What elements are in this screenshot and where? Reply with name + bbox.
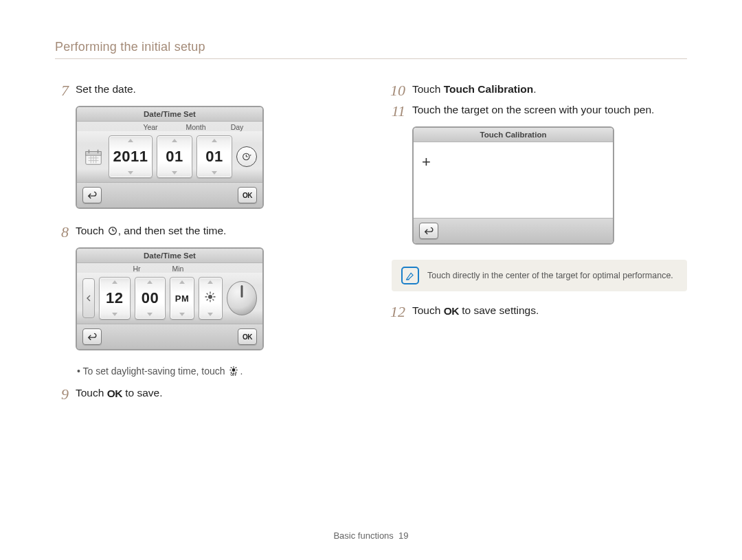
back-icon bbox=[87, 333, 97, 341]
calibration-area[interactable]: + bbox=[414, 142, 613, 218]
hour-spinner[interactable]: 12 bbox=[99, 277, 131, 320]
ampm-spinner[interactable]: PM bbox=[170, 277, 194, 320]
minute-spinner[interactable]: 00 bbox=[135, 277, 166, 320]
step-number: 12 bbox=[387, 304, 405, 320]
footer-section: Basic functions bbox=[333, 530, 393, 541]
footer-page-number: 19 bbox=[398, 530, 408, 541]
right-column: 10 Touch Touch Calibration. 11 Touch the… bbox=[392, 78, 687, 407]
minute-value: 00 bbox=[142, 289, 159, 307]
calibration-target-icon[interactable]: + bbox=[422, 155, 431, 170]
day-spinner[interactable]: 01 bbox=[196, 135, 232, 178]
back-button[interactable] bbox=[82, 187, 102, 203]
svg-point-24 bbox=[232, 368, 236, 372]
step-text: Touch , and then set the time. bbox=[76, 224, 226, 238]
text-before: Touch bbox=[412, 304, 444, 316]
note-box: Touch directly in the center of the targ… bbox=[392, 260, 687, 291]
text-bold: Touch Calibration bbox=[444, 83, 534, 95]
text-before: Touch bbox=[412, 83, 444, 95]
ok-inline-icon: OK bbox=[107, 388, 122, 399]
step-9: 9 Touch OK to save. bbox=[51, 386, 350, 403]
panel-title: Touch Calibration bbox=[414, 128, 613, 142]
note-text: Touch directly in the center of the targ… bbox=[427, 271, 673, 280]
text-after: to save settings. bbox=[459, 304, 539, 316]
back-icon bbox=[424, 227, 434, 235]
back-button[interactable] bbox=[82, 328, 102, 345]
ok-inline-icon: OK bbox=[444, 305, 459, 317]
dst-icon bbox=[204, 291, 216, 306]
svg-text:OFF: OFF bbox=[231, 374, 237, 377]
step-10: 10 Touch Touch Calibration. bbox=[387, 82, 687, 99]
panel-title: Date/Time Set bbox=[77, 107, 262, 122]
step-number: 10 bbox=[387, 82, 405, 99]
page-title: Performing the initial setup bbox=[55, 40, 687, 59]
step-7: 7 Set the date. bbox=[51, 82, 350, 99]
day-value: 01 bbox=[205, 148, 223, 166]
label-min: Min bbox=[161, 265, 195, 273]
svg-line-22 bbox=[207, 300, 208, 301]
svg-line-21 bbox=[213, 300, 214, 301]
step-text: Touch OK to save settings. bbox=[412, 304, 539, 319]
svg-point-15 bbox=[208, 295, 212, 299]
ok-button[interactable]: OK bbox=[238, 328, 257, 345]
figure-touch-calibration: Touch Calibration + bbox=[412, 126, 687, 245]
page-footer: Basic functions 19 bbox=[0, 530, 742, 541]
step-number: 9 bbox=[51, 386, 69, 403]
figure-date-time-set-time: Date/Time Set Hr Min 12 00 PM bbox=[76, 247, 350, 350]
label-day: Day bbox=[220, 123, 254, 131]
step-12: 12 Touch OK to save settings. bbox=[387, 304, 687, 320]
bullet-text: To set daylight-saving time, touch bbox=[83, 366, 228, 377]
month-value: 01 bbox=[166, 148, 183, 166]
clock-icon bbox=[107, 225, 118, 236]
calendar-icon bbox=[82, 146, 104, 168]
scroll-left-button[interactable] bbox=[82, 278, 95, 318]
text-after: . bbox=[533, 83, 536, 95]
note-icon bbox=[401, 267, 419, 284]
hour-value: 12 bbox=[106, 289, 123, 307]
text-before: Touch bbox=[76, 387, 107, 399]
step-number: 11 bbox=[387, 103, 405, 120]
analog-clock-icon bbox=[227, 281, 257, 315]
label-month: Month bbox=[179, 123, 213, 131]
svg-line-32 bbox=[236, 368, 236, 368]
label-year: Year bbox=[129, 123, 172, 131]
svg-line-20 bbox=[207, 293, 208, 295]
text-after: , and then set the time. bbox=[118, 225, 227, 236]
back-button[interactable] bbox=[419, 223, 438, 239]
dst-spinner[interactable] bbox=[199, 277, 223, 320]
column-labels: Year Month Day bbox=[77, 122, 262, 131]
step-8: 8 Touch , and then set the time. bbox=[51, 224, 350, 240]
step-text: Touch Touch Calibration. bbox=[412, 82, 537, 97]
step-text: Set the date. bbox=[76, 82, 136, 97]
svg-line-29 bbox=[231, 368, 232, 368]
clock-mode-button[interactable] bbox=[236, 146, 257, 167]
step-text: Touch OK to save. bbox=[76, 386, 163, 401]
month-spinner[interactable]: 01 bbox=[157, 135, 192, 178]
year-value: 2011 bbox=[113, 148, 148, 166]
step-8-sub-bullet: To set daylight-saving time, touch OFF . bbox=[77, 366, 350, 377]
left-column: 7 Set the date. Date/Time Set Year Month… bbox=[55, 78, 350, 407]
label-hr: Hr bbox=[120, 265, 154, 273]
panel-title: Date/Time Set bbox=[77, 249, 262, 263]
chevron-left-icon bbox=[87, 295, 91, 302]
step-11: 11 Touch the target on the screen with y… bbox=[387, 103, 687, 120]
year-spinner[interactable]: 2011 bbox=[109, 135, 153, 178]
ok-button[interactable]: OK bbox=[238, 187, 257, 203]
text-after: to save. bbox=[122, 387, 163, 399]
text-before: Touch bbox=[76, 225, 107, 236]
ampm-value: PM bbox=[175, 293, 190, 304]
dst-off-icon: OFF bbox=[227, 366, 240, 377]
svg-line-23 bbox=[213, 293, 214, 295]
column-labels: Hr Min bbox=[77, 263, 262, 273]
back-icon bbox=[87, 191, 97, 199]
step-number: 8 bbox=[51, 224, 69, 240]
clock-icon bbox=[241, 151, 252, 162]
step-text: Touch the target on the screen with your… bbox=[412, 103, 654, 117]
svg-rect-1 bbox=[86, 152, 102, 156]
figure-date-time-set-date: Date/Time Set Year Month Day 2011 01 01 bbox=[76, 106, 350, 209]
step-number: 7 bbox=[51, 82, 69, 99]
